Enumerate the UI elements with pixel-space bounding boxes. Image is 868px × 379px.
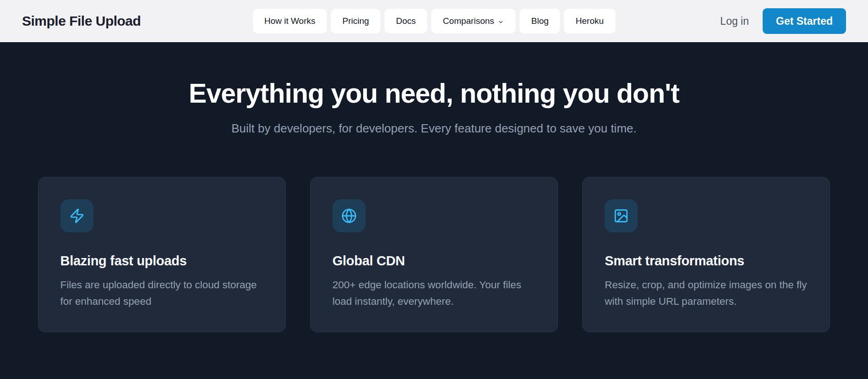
hero-subtitle: Built by developers, for developers. Eve…: [0, 121, 868, 136]
image-icon: [613, 208, 629, 224]
feature-title: Smart transformations: [605, 253, 808, 269]
hero-title: Everything you need, nothing you don't: [0, 42, 868, 109]
feature-description: Files are uploaded directly to cloud sto…: [60, 277, 263, 310]
feature-cards: Blazing fast uploads Files are uploaded …: [38, 177, 830, 332]
globe-icon: [341, 208, 357, 224]
header-actions: Log in Get Started: [720, 8, 846, 34]
nav-docs[interactable]: Docs: [385, 9, 427, 33]
icon-tile: [605, 199, 638, 232]
feature-description: Resize, crop, and optimize images on the…: [605, 277, 808, 310]
nav-comparisons-label: Comparisons: [443, 16, 494, 26]
nav-docs-label: Docs: [396, 16, 416, 26]
nav-how-it-works[interactable]: How it Works: [253, 9, 327, 33]
feature-card-global-cdn: Global CDN 200+ edge locations worldwide…: [310, 177, 558, 332]
feature-card-blazing-fast-uploads: Blazing fast uploads Files are uploaded …: [38, 177, 286, 332]
icon-tile: [60, 199, 93, 232]
login-link[interactable]: Log in: [720, 15, 749, 27]
nav-heroku[interactable]: Heroku: [564, 9, 615, 33]
feature-title: Global CDN: [333, 253, 535, 269]
nav-blog[interactable]: Blog: [520, 9, 560, 33]
feature-card-smart-transformations: Smart transformations Resize, crop, and …: [582, 177, 830, 332]
site-logo[interactable]: Simple File Upload: [22, 13, 141, 29]
nav-pricing[interactable]: Pricing: [331, 9, 380, 33]
nav-blog-label: Blog: [531, 16, 549, 26]
chevron-down-icon: [498, 19, 504, 25]
feature-description: 200+ edge locations worldwide. Your file…: [333, 277, 535, 310]
icon-tile: [333, 199, 366, 232]
lightning-bolt-icon: [69, 208, 85, 224]
site-header: Simple File Upload How it Works Pricing …: [0, 0, 868, 42]
get-started-button[interactable]: Get Started: [763, 8, 846, 34]
nav-pricing-label: Pricing: [342, 16, 369, 26]
nav-heroku-label: Heroku: [576, 16, 604, 26]
main-nav: How it Works Pricing Docs Comparisons Bl…: [253, 9, 615, 33]
feature-title: Blazing fast uploads: [60, 253, 263, 269]
hero-section: Everything you need, nothing you don't B…: [0, 42, 868, 379]
nav-comparisons[interactable]: Comparisons: [431, 9, 516, 33]
nav-how-it-works-label: How it Works: [264, 16, 316, 26]
